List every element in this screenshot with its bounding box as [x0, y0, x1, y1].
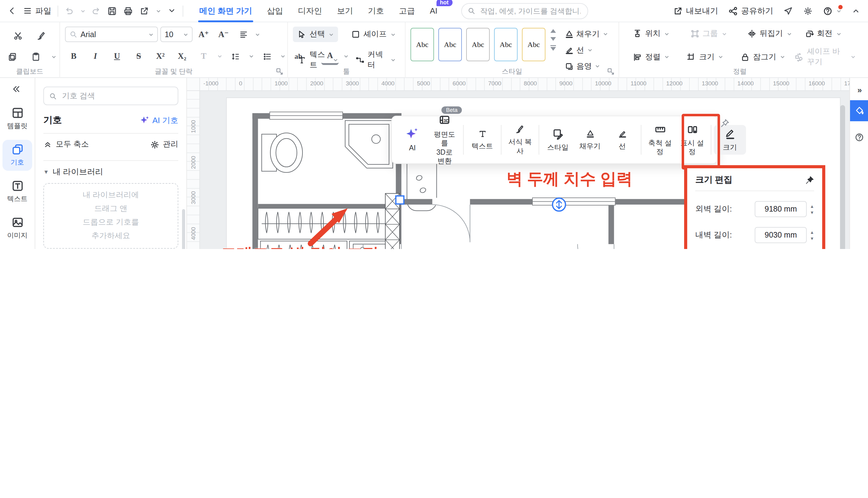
group-button[interactable]: 그룹 — [690, 28, 741, 39]
collapse-ribbon-icon[interactable] — [851, 6, 860, 15]
context-tool-linebrush[interactable]: 선 — [606, 126, 638, 154]
tab-advanced[interactable]: 고급 — [399, 0, 415, 22]
vertical-scrollbar[interactable] — [840, 105, 845, 249]
fill-button[interactable]: 채우기 — [565, 27, 608, 41]
format-painter-icon[interactable] — [33, 28, 50, 43]
collapse-all-button[interactable]: 모두 축소 — [56, 139, 89, 150]
panel-scrollbar[interactable] — [182, 209, 185, 249]
my-library-section[interactable]: ▼ 내 라이브러리 — [43, 160, 178, 178]
superscript-button[interactable]: X² — [152, 49, 169, 64]
rotate-button[interactable]: 회전 — [805, 28, 856, 39]
tab-symbols[interactable]: 기호 — [368, 0, 384, 22]
style-preset-card[interactable]: Abc — [438, 28, 462, 61]
style-more-icon[interactable] — [550, 45, 556, 51]
text-case-button[interactable]: T — [195, 49, 212, 64]
context-tool-painter[interactable]: 서식 복사 — [504, 121, 536, 158]
symbol-search-input[interactable] — [61, 91, 173, 101]
context-tool-ttool[interactable]: 텍스트 — [466, 126, 498, 154]
context-tool-ruleric[interactable]: 축척 설정 — [644, 120, 676, 159]
tab-view[interactable]: 보기 — [337, 0, 353, 22]
font-size-select[interactable]: 10 — [160, 27, 193, 42]
context-tool-fillpen[interactable]: 채우기 — [574, 126, 606, 154]
tab-insert[interactable]: 삽입 — [267, 0, 283, 22]
share-button[interactable]: 공유하기 — [728, 5, 773, 16]
font-family-select[interactable]: Arial — [65, 27, 158, 42]
context-tool-stylepen[interactable]: 스타일 — [542, 125, 574, 155]
align-text-icon[interactable] — [235, 27, 252, 42]
line-button[interactable]: 선 — [565, 43, 608, 57]
italic-button[interactable]: I — [87, 49, 104, 64]
expand-right-panel-icon[interactable]: » — [850, 86, 868, 95]
line-spacing-icon[interactable] — [227, 49, 244, 64]
select-tool[interactable]: 선택 — [293, 27, 338, 42]
style-preset-card[interactable]: Abc — [410, 28, 434, 61]
panel-pin-icon[interactable] — [805, 175, 814, 185]
rail-item-symb[interactable]: 기호 — [2, 140, 32, 171]
line-spacing-caret-icon[interactable] — [249, 54, 254, 59]
wall-stretch-handle[interactable] — [552, 198, 565, 211]
send-icon[interactable] — [783, 6, 793, 16]
style-preset-card[interactable]: Abc — [522, 28, 546, 61]
file-menu[interactable]: 파일 — [23, 5, 51, 16]
style-down-icon[interactable] — [550, 37, 556, 41]
context-tool-threed[interactable]: 3D평면도를 3D로 변환Beta — [429, 112, 461, 169]
bold-button[interactable]: B — [65, 49, 82, 64]
rail-item-imageic[interactable]: 이미지 — [2, 213, 32, 244]
global-search-input[interactable] — [479, 6, 582, 16]
style-up-icon[interactable] — [550, 29, 556, 33]
cut-icon[interactable] — [9, 28, 27, 43]
print-icon[interactable] — [123, 6, 133, 16]
export-caret-icon[interactable] — [156, 8, 161, 13]
tab-main-home[interactable]: 메인 화면 가기 — [199, 0, 252, 22]
manage-button[interactable]: 관리 — [150, 139, 178, 150]
settings-gear-icon[interactable] — [803, 6, 813, 16]
size-button[interactable]: 크기 — [687, 52, 734, 62]
export-file-icon[interactable] — [139, 6, 149, 16]
toolbar-pin-icon[interactable] — [720, 119, 729, 128]
shape-tool[interactable]: 셰이프 — [347, 27, 400, 42]
context-tool-ai[interactable]: AI — [396, 124, 429, 156]
symbol-search[interactable] — [43, 87, 178, 105]
save-icon[interactable] — [107, 6, 117, 16]
library-drop-zone[interactable]: 내 라이브러리에 드래그 앤 드롭으로 기호를 추가하세요 — [43, 183, 178, 249]
paste-caret-icon[interactable] — [51, 54, 56, 59]
undo-icon[interactable] — [64, 6, 74, 15]
outer-wall-input[interactable]: 9180 mm — [755, 201, 807, 217]
font-expand-icon[interactable] — [276, 67, 283, 76]
rail-item-texticon[interactable]: 텍스트 — [2, 176, 32, 207]
flip-button[interactable]: 뒤집기 — [747, 28, 799, 39]
subscript-button[interactable]: X₂ — [173, 49, 191, 64]
style-preset-card[interactable]: Abc — [494, 28, 518, 61]
increase-font-button[interactable]: A⁺ — [195, 27, 212, 42]
change-shape-button[interactable]: 셰이프 바꾸기 — [795, 47, 856, 67]
help-button[interactable] — [823, 6, 841, 16]
collapse-toolbar-icon[interactable] — [167, 6, 177, 15]
style-preset-card[interactable]: Abc — [466, 28, 490, 61]
rail-item-tmpl[interactable]: 템플릿 — [2, 103, 32, 134]
paste-icon[interactable] — [27, 49, 44, 64]
wall-drag-handle[interactable] — [396, 196, 404, 204]
undo-caret-icon[interactable] — [80, 8, 86, 13]
global-search[interactable] — [461, 3, 588, 19]
copy-icon[interactable] — [3, 49, 21, 64]
tab-design[interactable]: 디자인 — [298, 0, 322, 22]
text-case-caret-icon[interactable] — [217, 54, 222, 59]
align-caret-icon[interactable] — [255, 32, 260, 37]
outer-wall-spinner[interactable]: ▲▼ — [810, 204, 814, 214]
style-expand-icon[interactable] — [607, 67, 615, 76]
back-icon[interactable] — [8, 6, 17, 15]
decrease-font-button[interactable]: A⁻ — [215, 27, 232, 42]
inner-wall-input[interactable]: 9030 mm — [755, 227, 807, 243]
align-button[interactable]: 정렬 — [633, 52, 680, 62]
right-help-icon[interactable] — [850, 132, 868, 142]
bullet-list-icon[interactable] — [258, 49, 276, 64]
ai-symbol-link[interactable]: AI 기호 — [139, 115, 178, 126]
bullet-list-caret-icon[interactable] — [280, 54, 285, 59]
inner-wall-spinner[interactable]: ▲▼ — [810, 230, 814, 240]
format-fill-panel-button[interactable] — [850, 100, 868, 121]
tab-ai[interactable]: AI hot — [430, 0, 437, 22]
export-button[interactable]: 내보내기 — [673, 5, 718, 16]
lock-button[interactable]: 잠그기 — [741, 52, 789, 62]
position-button[interactable]: 위치 — [633, 28, 684, 39]
redo-icon[interactable] — [92, 6, 101, 15]
